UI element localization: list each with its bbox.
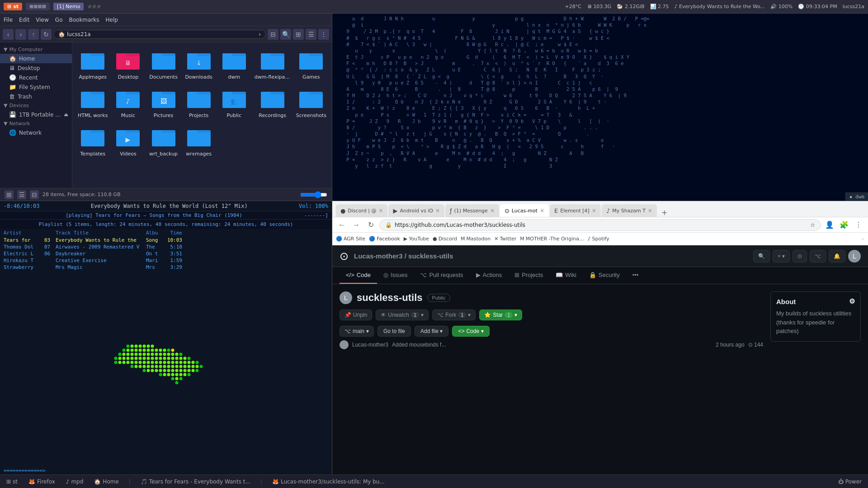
browser-tab-2[interactable]: ƒ (1) Messenge × <box>445 204 499 217</box>
file-item-downloads[interactable]: ↓ Downloads <box>182 46 216 83</box>
gh-nav-actions[interactable]: ▶ Actions <box>470 267 509 284</box>
system-user[interactable]: lucss21a <box>843 4 864 9</box>
fm-reload-button[interactable]: ↻ <box>41 29 52 40</box>
fm-zoom-out-button[interactable]: ⊟ <box>268 29 278 40</box>
gh-star-button[interactable]: ⭐ Star 1 ▾ <box>479 310 522 320</box>
file-item-music[interactable]: ♪ Music <box>111 84 145 121</box>
browser-reload-button[interactable]: ↻ <box>365 219 377 231</box>
taskbar-task-grid[interactable]: ⊞⊞⊞⊞ <box>26 3 50 10</box>
terminal[interactable]: u d J θ N h u y p g D h + W W 2 B / P =@… <box>332 14 868 201</box>
fm-zoom-slider[interactable] <box>300 191 327 198</box>
fm-path-bar[interactable]: 🏠 lucss21a › <box>53 30 266 39</box>
fm-menu-view[interactable]: View <box>36 17 48 23</box>
fm-list-view-button[interactable]: ☰ <box>306 29 316 40</box>
gh-issues-button[interactable]: ⊙ <box>793 250 807 263</box>
sidebar-item-trash[interactable]: 🗑 Trash <box>0 92 72 101</box>
gh-goto-file-button[interactable]: Go to file <box>377 326 411 337</box>
fm-menu-go[interactable]: Go <box>55 17 63 23</box>
gh-nav-wiki[interactable]: 📖 Wiki <box>549 267 583 284</box>
bottom-item-home[interactable]: 🏠 Home <box>91 478 121 486</box>
sidebar-item-network[interactable]: 🌐 Network <box>0 128 72 137</box>
fm-menu-file[interactable]: File <box>4 17 13 23</box>
browser-tab-1[interactable]: ▶ Android vs iO × <box>388 204 444 217</box>
gh-commit-message[interactable]: Added mousebinds f... <box>392 342 446 348</box>
bookmark-item-6[interactable]: MMOTHER -The Origina... <box>520 236 584 242</box>
gh-unpin-button[interactable]: 📌 Unpin <box>340 310 372 320</box>
bookmark-item-4[interactable]: MMastodon <box>461 236 491 242</box>
sidebar-my-computer-header[interactable]: ▼ My Computer <box>0 45 72 54</box>
gh-fork-button[interactable]: ⌥ Fork 1 ▾ <box>432 310 476 320</box>
fm-status-btn2[interactable]: ☰ <box>17 190 26 199</box>
browser-back-button[interactable]: ← <box>336 219 348 231</box>
fm-menu-help[interactable]: Help <box>106 17 118 23</box>
tab-close-button[interactable]: × <box>648 207 652 214</box>
gh-watch-button[interactable]: 👁 Unwatch 1 ▾ <box>376 310 429 320</box>
tab-close-button[interactable]: × <box>540 207 544 214</box>
gh-repo-full-name[interactable]: suckless-utils <box>357 292 423 304</box>
tab-add-button[interactable]: + <box>658 208 671 217</box>
file-item-appimages[interactable]: AppImages <box>76 46 109 83</box>
gh-nav-security[interactable]: 🔒 Security <box>583 267 626 284</box>
file-item-public[interactable]: 👥 Public <box>217 84 251 121</box>
fm-status-btn3[interactable]: ⊟ <box>30 190 39 199</box>
tab-close-button[interactable]: × <box>490 207 495 214</box>
file-item-wrt_backup[interactable]: wrt_backup <box>147 123 180 160</box>
file-item-projects[interactable]: Projects <box>182 84 216 121</box>
tab-close-button[interactable]: × <box>378 207 383 214</box>
sidebar-item-recent[interactable]: 🕐 Recent <box>0 73 72 82</box>
bookmark-item-1[interactable]: 🔵Facebook <box>369 236 400 242</box>
taskbar-task-nemo[interactable]: [1] Nemo <box>53 3 84 10</box>
fm-back-button[interactable]: ‹ <box>3 29 14 40</box>
bottom-power-button[interactable]: ⏻ Power <box>835 478 864 486</box>
sidebar-item-desktop[interactable]: 🖥 Desktop <box>0 63 72 73</box>
bottom-window-music[interactable]: 🎵 Tears for Fears - Everybody Wants t... <box>138 478 253 486</box>
mp-scrollbar[interactable]: =============> <box>0 467 332 474</box>
bottom-window-browser[interactable]: 🦊 Lucas-mother3/suckless-utils: My bu... <box>269 478 387 486</box>
eject-icon[interactable]: ⏏ <box>64 112 68 117</box>
bookmark-item-7[interactable]: ♪Spotify <box>587 236 609 242</box>
gh-add-file-button[interactable]: Add file ▾ <box>415 326 448 337</box>
bottom-item-firefox[interactable]: 🦊 Firefox <box>26 478 58 486</box>
fm-forward-button[interactable]: › <box>15 29 26 40</box>
file-item-html-works[interactable]: HTML works <box>76 84 109 121</box>
browser-content[interactable]: ⊙ Lucas-mother3 / suckless-utils 🔍 + ▾ ⊙… <box>332 245 868 474</box>
gh-plus-button[interactable]: + ▾ <box>773 250 790 263</box>
browser-tab-5[interactable]: ♪ My Shazam T × <box>602 204 657 217</box>
bookmark-item-2[interactable]: ▶YouTube <box>404 236 429 242</box>
gh-search-button[interactable]: 🔍 <box>753 250 770 263</box>
sidebar-network-header[interactable]: ▼ Network <box>0 119 72 128</box>
gh-nav-pr[interactable]: ⌥ Pull requests <box>414 267 469 284</box>
bookmarks-more[interactable]: » <box>861 236 864 242</box>
gh-code-button[interactable]: <> Code ▾ <box>452 326 490 337</box>
file-item-desktop[interactable]: 🖥 Desktop <box>111 46 145 83</box>
browser-forward-button[interactable]: → <box>350 219 362 231</box>
gh-nav-code[interactable]: </> Code <box>340 267 377 284</box>
start-button[interactable]: ⊞ st <box>4 3 22 10</box>
mp-track-row[interactable]: Thomas Dol 07 Airwaves - 2009 Remastered… <box>4 244 328 250</box>
browser-tab-4[interactable]: E Element [4] × <box>550 204 601 217</box>
fm-menu-button[interactable]: ⋮ <box>318 29 329 40</box>
mp-track-row[interactable]: Electric L 06 Daybreaker On t 3:51 <box>4 250 328 257</box>
url-bookmark-icon[interactable]: ☆ <box>810 222 815 228</box>
gh-commit-count[interactable]: ⊙ 144 <box>748 342 763 348</box>
file-item-templates[interactable]: Templates <box>76 123 109 160</box>
bookmark-item-3[interactable]: ●Discord <box>433 236 457 242</box>
tab-close-button[interactable]: × <box>435 207 440 214</box>
file-item-videos[interactable]: ▶ Videos <box>111 123 145 160</box>
fm-menu-bookmarks[interactable]: Bookmarks <box>69 17 99 23</box>
mp-track-row[interactable]: Tears for 03 Everybody Wants to Rule the… <box>4 237 328 244</box>
mp-track-row[interactable]: Hirokazu T Creative Exercise Mari 1:59 <box>4 257 328 264</box>
gh-avatar[interactable]: L <box>848 250 861 263</box>
bottom-item-mpd[interactable]: ♪ mpd <box>63 478 86 486</box>
file-item-dwm-flexipatch[interactable]: dwm-flexipatch <box>253 46 292 83</box>
github-repo-path[interactable]: Lucas-mother3 / suckless-utils <box>354 252 453 260</box>
gh-pr-button[interactable]: ⌥ <box>810 250 826 263</box>
zoom-range[interactable] <box>300 191 327 198</box>
gh-nav-more[interactable]: ••• <box>626 267 645 284</box>
browser-tab-3[interactable]: ⊙ Lucas-mot × <box>500 204 549 217</box>
file-item-games[interactable]: Games <box>294 46 328 83</box>
fm-up-button[interactable]: ↑ <box>28 29 39 40</box>
file-item-recordings[interactable]: Recordings <box>253 84 292 121</box>
browser-url-bar[interactable]: 🔒 https://github.com/Lucas-mother3/suckl… <box>379 219 821 231</box>
file-item-pictures[interactable]: 🖼 Pictures <box>147 84 180 121</box>
